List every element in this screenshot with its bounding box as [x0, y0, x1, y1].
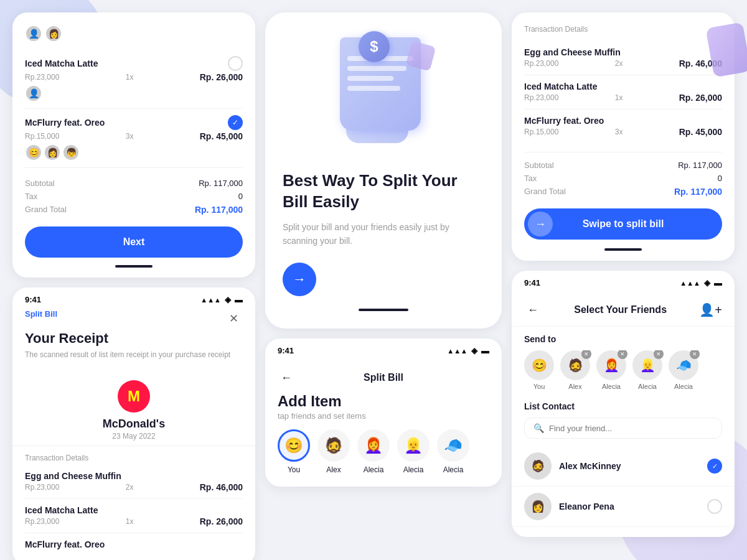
- send-avatar-wrap-alecia-1: 👩‍🦰 ✕: [596, 350, 626, 380]
- top-avatars-row: 👤 👩: [25, 25, 243, 42]
- contact-check-alex[interactable]: [707, 459, 722, 474]
- col3-item-qty-2: 1x: [615, 93, 623, 102]
- time-bottom: 9:41: [25, 295, 41, 304]
- friend-avatar-alecia-3[interactable]: 🧢: [437, 429, 469, 462]
- home-indicator-top: [115, 265, 153, 268]
- grand-total-value-top: Rp. 117,000: [195, 205, 243, 215]
- status-icons-bottom: ▲▲▲ ◈ ▬: [200, 295, 243, 304]
- contact-row-eleanor[interactable]: 👩 Eleanor Pena: [512, 487, 735, 527]
- remove-badge-alecia-2[interactable]: ✕: [654, 350, 664, 359]
- avatar-2: 👩: [45, 25, 62, 42]
- transaction-section-label: Transaction Details: [524, 25, 722, 34]
- send-friend-you: 😊 You: [524, 350, 554, 390]
- friend-avatar-alex[interactable]: 🧔: [317, 429, 350, 462]
- remove-badge-alecia-1[interactable]: ✕: [618, 350, 627, 359]
- item-avatars-2: 😊 👩 👦: [25, 144, 243, 161]
- hero-illustration: $: [315, 31, 452, 156]
- swipe-button[interactable]: → Swipe to split bill: [524, 208, 722, 240]
- col3-item-1: Egg and Cheese Muffin Rp.23,000 2x Rp. 4…: [524, 41, 722, 75]
- send-friend-name-you: You: [533, 383, 545, 390]
- col3-item-total-3: Rp. 45,000: [679, 127, 722, 137]
- swipe-circle-icon: →: [528, 212, 553, 236]
- receipt-line-2: [347, 66, 406, 71]
- hero-go-button[interactable]: →: [283, 263, 316, 296]
- bottom-item-total-2: Rp. 26,000: [200, 516, 243, 526]
- bottom-item-name-2: Iced Matcha Latte: [25, 505, 98, 515]
- merchant-logo: M: [118, 380, 150, 413]
- hero-title: Best Way To Split Your Bill Easily: [283, 170, 484, 213]
- item-checkbox-2[interactable]: [228, 115, 243, 130]
- send-avatar-wrap-alecia-2: 👱‍♀️ ✕: [632, 350, 662, 380]
- signal-icon: ▲▲▲: [200, 296, 221, 304]
- friend-avatar-you[interactable]: 😊: [278, 429, 310, 462]
- receipt-top-card: 👤 👩 Iced Matcha Latte Rp.23,000 1x Rp. 2…: [12, 12, 255, 278]
- signal-sf-icon: ▲▲▲: [680, 279, 700, 287]
- status-icons-add-item: ▲▲▲ ◈ ▬: [447, 346, 489, 355]
- friend-alecia-3: 🧢 Alecia: [437, 429, 469, 474]
- friends-row: 😊 You 🧔 Alex 👩‍🦰 Alecia 👱‍♀️ Alecia 🧢: [265, 429, 502, 474]
- contact-name-alex: Alex McKinney: [559, 461, 700, 471]
- search-container[interactable]: 🔍: [524, 418, 722, 439]
- signal-add-icon: ▲▲▲: [447, 347, 467, 355]
- send-friend-alecia-1: 👩‍🦰 ✕ Alecia: [596, 350, 626, 390]
- col3-item-price-1: Rp.23,000: [524, 59, 558, 68]
- item-name-1: Iced Matcha Latte: [25, 58, 98, 68]
- add-item-main-title: Add Item: [265, 386, 502, 411]
- bottom-item-2: Iced Matcha Latte Rp.23,000 1x Rp. 26,00…: [25, 499, 243, 533]
- item-avatar-1: 👤: [25, 85, 42, 102]
- send-to-row: 😊 You 🧔 ✕ Alex 👩‍🦰 ✕ Alecia: [512, 350, 735, 399]
- back-button-sf[interactable]: ←: [524, 301, 542, 319]
- search-input-sf[interactable]: [549, 424, 713, 433]
- friend-alecia-1: 👩‍🦰 Alecia: [357, 429, 390, 474]
- bottom-item-qty-2: 1x: [126, 517, 134, 526]
- tax-label-col3: Tax: [524, 174, 537, 183]
- send-avatar-wrap-alex: 🧔 ✕: [560, 350, 590, 380]
- select-friends-header: ← Select Your Friends 👤+: [512, 292, 735, 327]
- item-total-2: Rp. 45,000: [200, 131, 243, 141]
- col3-item-name-2: Iced Matcha Latte: [524, 82, 597, 91]
- receipt-header-bottom: Split Bill ✕: [12, 309, 255, 330]
- bottom-item-3: McFlurry feat. Oreo: [25, 533, 243, 556]
- grand-total-label-col3: Grand Total: [524, 187, 566, 197]
- hero-subtitle: Split your bill and your friends easily …: [283, 220, 484, 248]
- subtotal-value-col3: Rp. 117,000: [678, 161, 722, 170]
- send-to-label: Send to: [512, 327, 735, 350]
- item-qty-2: 3x: [126, 132, 134, 141]
- friend-avatar-alecia-2[interactable]: 👱‍♀️: [397, 429, 430, 462]
- next-button[interactable]: Next: [25, 226, 243, 258]
- hero-home-indicator: [359, 309, 408, 311]
- bottom-item-total-1: Rp. 46,000: [200, 482, 243, 492]
- item-row-1: Iced Matcha Latte Rp.23,000 1x Rp. 26,00…: [25, 50, 243, 109]
- add-person-icon[interactable]: 👤+: [699, 302, 722, 317]
- send-friend-name-alex: Alex: [568, 383, 581, 390]
- col3-item-price-2: Rp.23,000: [524, 93, 558, 102]
- tax-label-top: Tax: [25, 192, 37, 201]
- item-name-2: McFlurry feat. Oreo: [25, 118, 105, 128]
- friend-name-you: You: [288, 465, 300, 474]
- remove-badge-alecia-3[interactable]: ✕: [690, 350, 700, 359]
- item-checkbox-1[interactable]: [228, 56, 243, 71]
- contact-check-eleanor[interactable]: [707, 499, 722, 514]
- friend-avatar-alecia-1[interactable]: 👩‍🦰: [357, 429, 390, 462]
- back-button-add-item[interactable]: ←: [278, 369, 295, 386]
- select-friends-title: Select Your Friends: [574, 304, 667, 315]
- col3-item-name-1: Egg and Cheese Muffin: [524, 47, 621, 57]
- subtotal-label-top: Subtotal: [25, 179, 55, 188]
- remove-badge-alex[interactable]: ✕: [581, 350, 591, 359]
- send-avatar-wrap-you: 😊: [524, 350, 554, 380]
- contact-row-alex[interactable]: 🧔 Alex McKinney: [512, 446, 735, 487]
- swipe-label: Swipe to split bill: [583, 218, 664, 230]
- status-bar-sf: 9:41 ▲▲▲ ◈ ▬: [512, 271, 735, 292]
- column-1: 👤 👩 Iced Matcha Latte Rp.23,000 1x Rp. 2…: [12, 12, 255, 560]
- wifi-add-icon: ◈: [471, 346, 477, 355]
- bottom-item-price-2: Rp.23,000: [25, 517, 59, 526]
- close-button[interactable]: ✕: [224, 309, 243, 328]
- status-bar-add-item: 9:41 ▲▲▲ ◈ ▬: [265, 338, 502, 360]
- add-item-header: ← Split Bill: [265, 360, 502, 386]
- receipt-bottom-card: 9:41 ▲▲▲ ◈ ▬ Split Bill ✕ Your Receipt T…: [12, 287, 255, 560]
- item-avatar-2b: 👩: [44, 144, 61, 161]
- send-friend-name-alecia-3: Alecia: [674, 383, 693, 390]
- friend-name-alecia-1: Alecia: [364, 465, 384, 474]
- col3-item-qty-1: 2x: [615, 59, 623, 68]
- send-friend-alecia-3: 🧢 ✕ Alecia: [669, 350, 698, 390]
